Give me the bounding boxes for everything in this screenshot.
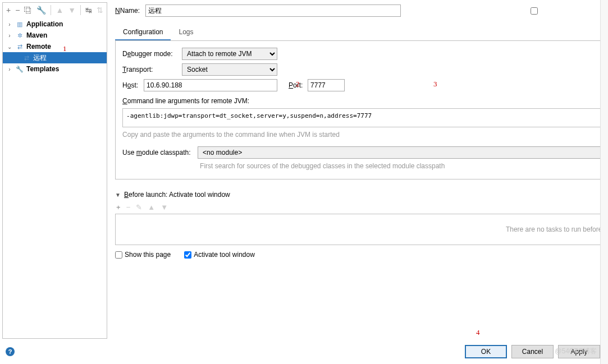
before-launch-title: Before launch: Activate tool window (124, 191, 230, 199)
remote-icon: ⇄ (15, 42, 24, 51)
edit-task-icon[interactable]: ✎ (136, 203, 142, 211)
expand-icon[interactable]: › (6, 66, 13, 72)
tree-item-remote-config[interactable]: ⇄ 远程 (3, 52, 107, 63)
expand-icon[interactable]: › (6, 33, 13, 39)
separator (51, 5, 51, 15)
sort2-icon[interactable]: ⇅ (97, 6, 103, 15)
add-task-icon[interactable]: + (116, 203, 121, 211)
tab-logs[interactable]: Logs (171, 25, 201, 40)
cmd-args-box[interactable]: -agentlib:jdwp=transport=dt_socket,serve… (122, 108, 608, 127)
tree-label: Remote (26, 43, 51, 50)
right-gutter (600, 0, 608, 364)
watermark: @54CTO博客 (555, 347, 597, 356)
separator (80, 5, 81, 15)
tab-configuration[interactable]: Configuration (115, 25, 171, 40)
module-classpath-label: Use module classpath: (122, 149, 198, 156)
tree-label: 远程 (33, 53, 47, 63)
port-label: Port: (289, 81, 308, 89)
tree-item-remote[interactable]: ⌄ ⇄ Remote (3, 41, 107, 52)
configuration-panel: Debugger mode: Attach to remote JVM Tran… (115, 41, 608, 179)
config-tree-panel: + − ⿻ 🔧 ▲ ▼ ↹ ⇅ › ▥ Application › ✲ Mave… (2, 2, 107, 339)
port-input[interactable] (308, 79, 345, 91)
config-tree: › ▥ Application › ✲ Maven ⌄ ⇄ Remote ⇄ 远… (3, 17, 107, 338)
debugger-mode-label: Debugger mode: (122, 50, 182, 58)
tree-toolbar: + − ⿻ 🔧 ▲ ▼ ↹ ⇅ (3, 3, 107, 17)
share-checkbox[interactable]: Share (401, 7, 608, 15)
cmd-args-hint: Copy and paste the arguments to the comm… (122, 131, 608, 139)
ok-button[interactable]: OK (465, 345, 507, 358)
tree-item-templates[interactable]: › 🔧 Templates (3, 63, 107, 75)
up-task-icon[interactable]: ▲ (148, 203, 155, 211)
down-icon[interactable]: ▼ (68, 6, 76, 15)
down-task-icon[interactable]: ▼ (161, 203, 168, 211)
transport-label: Transport: (122, 66, 182, 73)
remove-task-icon[interactable]: − (126, 203, 131, 211)
tree-item-application[interactable]: › ▥ Application (3, 19, 107, 30)
before-launch-list[interactable]: There are no tasks to run before launch (115, 214, 608, 245)
remove-icon[interactable]: − (15, 6, 20, 15)
host-label: Host: (122, 81, 144, 89)
expand-icon[interactable]: › (6, 21, 13, 27)
tabs: Configuration Logs (115, 25, 608, 41)
copy-icon[interactable]: ⿻ (24, 6, 32, 15)
help-button[interactable]: ? (6, 347, 15, 356)
maven-icon: ✲ (15, 31, 24, 40)
transport-select[interactable]: Socket (182, 63, 277, 76)
before-launch-toolbar: + − ✎ ▲ ▼ (115, 202, 608, 214)
debugger-mode-select[interactable]: Attach to remote JVM (182, 48, 277, 60)
cmd-args-label: Command line arguments for remote JVM: (122, 97, 249, 105)
activate-tool-window-checkbox[interactable]: Activate tool window (184, 251, 255, 259)
name-label: NName: (115, 7, 140, 15)
add-icon[interactable]: + (6, 6, 11, 15)
tree-label: Templates (26, 65, 59, 73)
cancel-button[interactable]: Cancel (511, 345, 554, 358)
host-input[interactable] (144, 79, 277, 91)
remote-config-icon: ⇄ (22, 53, 31, 62)
sort-icon[interactable]: ↹ (85, 6, 92, 15)
tree-label: Maven (26, 31, 47, 39)
before-launch-section: ▼ Before launch: Activate tool window + … (115, 191, 608, 259)
main-panel: NName: Share Single instance only Config… (107, 0, 608, 364)
up-icon[interactable]: ▲ (56, 6, 63, 15)
wrench-icon[interactable]: 🔧 (36, 6, 46, 15)
tree-item-maven[interactable]: › ✲ Maven (3, 30, 107, 41)
collapse-icon[interactable]: ▼ (115, 192, 121, 198)
templates-icon: 🔧 (15, 64, 24, 73)
application-icon: ▥ (15, 20, 24, 29)
name-input[interactable] (145, 4, 401, 17)
module-hint: First search for sources of the debugged… (200, 162, 608, 170)
show-this-page-checkbox[interactable]: Show this page (115, 251, 171, 259)
module-classpath-select[interactable]: <no module> (198, 146, 608, 159)
tree-label: Application (26, 20, 63, 28)
collapse-icon[interactable]: ⌄ (6, 44, 13, 50)
